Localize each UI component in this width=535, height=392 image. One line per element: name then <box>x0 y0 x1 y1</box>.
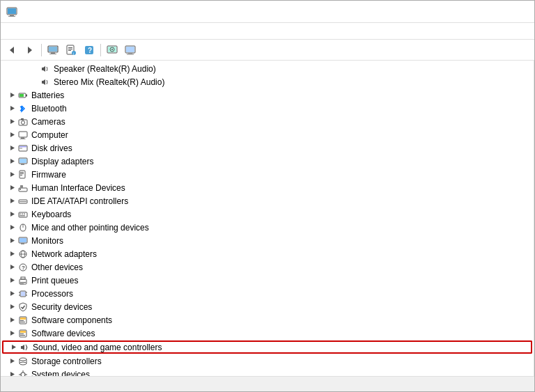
svg-rect-55 <box>20 175 22 175</box>
svg-point-115 <box>20 362 26 365</box>
tree-expand-arrow[interactable] <box>6 90 17 101</box>
status-bar <box>1 376 534 391</box>
svg-rect-40 <box>19 132 27 137</box>
tree-item[interactable]: Software devices <box>1 327 534 340</box>
svg-marker-60 <box>10 198 15 203</box>
tree-expand-arrow[interactable] <box>6 328 17 339</box>
menu-help[interactable] <box>37 30 48 33</box>
device-icon <box>17 90 29 101</box>
svg-rect-107 <box>20 334 24 334</box>
tree-expand-arrow[interactable] <box>6 182 17 194</box>
tree-expand-arrow[interactable] <box>6 116 17 127</box>
svg-marker-111 <box>10 359 15 363</box>
tree-expand-arrow[interactable] <box>6 196 17 207</box>
device-tree[interactable]: Speaker (Realtek(R) Audio)Stereo Mix (Re… <box>1 61 534 376</box>
device-label: Mice and other pointing devices <box>31 223 149 233</box>
device-label: Bluetooth <box>31 104 67 113</box>
tree-expand-arrow[interactable] <box>6 249 17 260</box>
monitor-button[interactable] <box>122 42 139 58</box>
tree-item[interactable]: Sound, video and game controllers <box>2 340 532 354</box>
tree-item[interactable]: Storage controllers <box>1 354 534 368</box>
tree-item[interactable]: Batteries <box>1 88 534 102</box>
device-icon <box>17 116 29 127</box>
svg-marker-5 <box>28 47 32 54</box>
tree-item[interactable]: Stereo Mix (Realtek(R) Audio) <box>1 75 534 88</box>
tree-item[interactable]: Bluetooth <box>1 102 534 115</box>
back-button[interactable] <box>3 42 20 58</box>
tree-item[interactable]: Network adapters <box>1 247 534 260</box>
tree-expand-arrow[interactable] <box>6 356 17 367</box>
tree-expand-arrow[interactable] <box>6 235 17 246</box>
tree-item[interactable]: Mice and other pointing devices <box>1 221 534 234</box>
svg-rect-41 <box>21 137 24 139</box>
menu-action[interactable] <box>15 30 26 33</box>
device-label: Human Interface Devices <box>31 183 125 193</box>
svg-rect-53 <box>20 172 24 173</box>
computer-button[interactable] <box>45 42 61 58</box>
tree-expand-arrow[interactable] <box>29 77 40 88</box>
scan-button[interactable] <box>104 42 121 58</box>
tree-expand-arrow[interactable] <box>6 262 17 273</box>
tree-item[interactable]: Cameras <box>1 115 534 128</box>
svg-rect-7 <box>51 52 55 54</box>
tree-item[interactable]: Software components <box>1 313 534 327</box>
device-label: Storage controllers <box>31 356 102 366</box>
svg-rect-58 <box>20 185 23 188</box>
device-icon <box>17 275 29 286</box>
tree-item[interactable]: Security devices <box>1 300 534 313</box>
tree-item[interactable]: Display adapters <box>1 155 534 168</box>
device-label: Keyboards <box>31 210 71 219</box>
device-icon <box>17 301 29 313</box>
menu-file[interactable] <box>3 30 15 33</box>
tree-item[interactable]: Monitors <box>1 234 534 247</box>
window-controls <box>430 5 529 19</box>
svg-rect-50 <box>21 164 24 165</box>
tree-expand-arrow[interactable] <box>8 342 19 353</box>
tree-item[interactable]: Computer <box>1 128 534 141</box>
properties-button[interactable]: i <box>63 42 79 58</box>
device-label: Monitors <box>31 236 63 246</box>
svg-marker-83 <box>10 265 15 269</box>
tree-expand-arrow[interactable] <box>6 103 17 114</box>
device-label: Sound, video and game controllers <box>33 343 162 352</box>
forward-button[interactable] <box>22 42 38 58</box>
tree-expand-arrow[interactable] <box>6 288 17 299</box>
svg-marker-110 <box>21 345 24 350</box>
tree-expand-arrow[interactable] <box>6 222 17 233</box>
menu-view[interactable] <box>26 30 37 33</box>
tree-item[interactable]: Disk drives <box>1 141 534 155</box>
tree-expand-arrow[interactable] <box>29 63 40 75</box>
tree-expand-arrow[interactable] <box>6 275 17 286</box>
tree-expand-arrow[interactable] <box>6 301 17 313</box>
tree-item[interactable]: System devices <box>1 368 534 376</box>
tree-item[interactable]: Speaker (Realtek(R) Audio) <box>1 62 534 75</box>
toolbar-sep-1 <box>41 44 42 56</box>
tree-item[interactable]: Processors <box>1 287 534 300</box>
menu-bar <box>1 23 534 40</box>
tree-item[interactable]: Print queues <box>1 274 534 287</box>
svg-marker-79 <box>10 251 15 256</box>
tree-item[interactable]: Firmware <box>1 168 534 181</box>
svg-rect-70 <box>22 213 23 214</box>
tree-expand-arrow[interactable] <box>6 130 17 141</box>
svg-rect-46 <box>20 148 22 148</box>
tree-item[interactable]: Keyboards <box>1 207 534 221</box>
maximize-button[interactable] <box>463 5 495 19</box>
tree-item[interactable]: Human Interface Devices <box>1 181 534 194</box>
tree-expand-arrow[interactable] <box>6 169 17 180</box>
tree-expand-arrow[interactable] <box>6 315 17 326</box>
device-icon <box>17 356 29 367</box>
tree-expand-arrow[interactable] <box>6 143 17 154</box>
help-button[interactable]: ? <box>81 42 98 58</box>
tree-expand-arrow[interactable] <box>6 209 17 220</box>
close-button[interactable] <box>497 5 529 19</box>
svg-point-65 <box>24 201 25 202</box>
minimize-button[interactable] <box>430 5 462 19</box>
svg-point-63 <box>21 201 22 202</box>
tree-expand-arrow[interactable] <box>6 156 17 167</box>
tree-item[interactable]: IDE ATA/ATAPI controllers <box>1 194 534 207</box>
tree-expand-arrow[interactable] <box>6 369 17 377</box>
svg-rect-8 <box>49 54 56 54</box>
tree-item[interactable]: ?Other devices <box>1 260 534 274</box>
device-icon <box>17 169 29 180</box>
